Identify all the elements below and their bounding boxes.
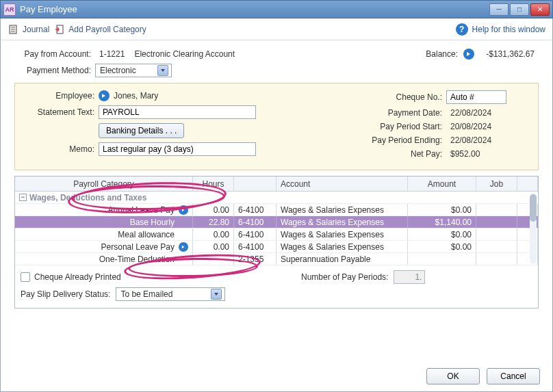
chevron-down-icon — [157, 65, 168, 76]
cell-account-code: 6-4100 — [234, 204, 276, 215]
collapse-icon[interactable]: − — [19, 194, 27, 201]
window-title: Pay Employee — [20, 4, 489, 14]
payslip-label: Pay Slip Delivery Status: — [21, 289, 110, 299]
statement-label: Statement Text: — [25, 107, 99, 117]
cell-account-name: Wages & Salaries Expenses — [276, 216, 408, 228]
ok-button[interactable]: OK — [426, 368, 480, 384]
th-amount[interactable]: Amount — [408, 177, 476, 191]
cell-account-code: 6-4100 — [234, 241, 276, 252]
banking-details-button[interactable]: Banking Details . . . — [99, 123, 184, 138]
info-left: Employee: Jones, Mary Statement Text: Ba… — [25, 90, 350, 163]
th-job[interactable]: Job — [476, 177, 517, 191]
add-payroll-category-button[interactable]: Add Payroll Category — [53, 23, 146, 36]
statement-text-input[interactable] — [99, 105, 256, 119]
payment-date-value: 22/08/2024 — [446, 108, 491, 118]
payment-date-label: Payment Date: — [350, 108, 446, 118]
period-end-label: Pay Period Ending: — [350, 135, 446, 145]
table-row[interactable]: Annual Leave Pay0.006-4100Wages & Salari… — [15, 204, 538, 216]
help-link[interactable]: ? Help for this window — [456, 23, 545, 36]
employee-name: Jones, Mary — [114, 91, 158, 101]
net-pay-value: $952.00 — [446, 149, 480, 159]
cell-amount: $0.00 — [408, 228, 476, 240]
info-right: Cheque No.: Payment Date: 22/08/2024 Pay… — [350, 90, 528, 163]
cell-job — [476, 228, 517, 240]
content: Pay from Account: 1-1221 Electronic Clea… — [1, 40, 552, 313]
payroll-list-box: Payroll Category Hours Account Amount Jo… — [14, 176, 539, 309]
cell-job — [476, 204, 517, 215]
below-table: Cheque Already Printed Number of Pay Per… — [15, 265, 538, 308]
payslip-value: To be Emailed — [120, 289, 172, 299]
help-label: Help for this window — [472, 25, 545, 34]
cell-account-name: Superannuation Payable — [276, 253, 408, 265]
minimize-button[interactable]: ─ — [489, 3, 509, 16]
app-icon: AR — [3, 3, 16, 16]
toolbar: Journal Add Payroll Category ? Help for … — [1, 18, 552, 40]
cell-hours — [193, 253, 234, 265]
row-arrow-icon[interactable] — [179, 205, 188, 215]
cell-account-code: 6-4100 — [234, 216, 276, 228]
memo-label: Memo: — [25, 144, 99, 154]
th-hours[interactable]: Hours — [193, 177, 234, 191]
row-arrow-icon[interactable] — [179, 242, 188, 252]
payment-method-dropdown[interactable]: Electronic — [95, 64, 172, 77]
payment-method-value: Electronic — [100, 66, 136, 75]
cell-amount: $0.00 — [408, 204, 476, 215]
cell-amount: $0.00 — [408, 241, 476, 252]
table-row[interactable]: One-Time Deduction2-1355Superannuation P… — [15, 253, 538, 265]
pay-from-label: Pay from Account: — [14, 49, 95, 59]
journal-button[interactable]: Journal — [8, 23, 49, 36]
cell-account-name: Wages & Salaries Expenses — [276, 241, 408, 252]
cell-hours: 22.80 — [193, 216, 234, 228]
employee-arrow-icon[interactable] — [99, 90, 110, 101]
period-end-value: 22/08/2024 — [446, 135, 491, 145]
balance-arrow-icon[interactable] — [463, 49, 474, 60]
net-pay-label: Net Pay: — [350, 149, 446, 159]
account-name: Electronic Clearing Account — [134, 49, 235, 59]
th-category[interactable]: Payroll Category — [15, 177, 193, 191]
titlebar: AR Pay Employee ─ □ ✕ — [0, 0, 553, 18]
cell-category: Base Hourly — [15, 216, 193, 228]
payment-method-row: Payment Method: Electronic — [14, 64, 539, 77]
cell-category: One-Time Deduction — [15, 253, 193, 265]
cheque-no-label: Cheque No.: — [350, 92, 446, 102]
memo-input[interactable] — [99, 142, 256, 156]
th-account[interactable]: Account — [276, 177, 408, 191]
cell-account-code: 6-4100 — [234, 228, 276, 240]
window-body: Journal Add Payroll Category ? Help for … — [0, 18, 553, 392]
add-payroll-label: Add Payroll Category — [68, 25, 146, 34]
account-code: 1-1221 — [99, 49, 125, 59]
maximize-button[interactable]: □ — [510, 3, 529, 16]
table-row[interactable]: Meal allowance0.006-4100Wages & Salaries… — [15, 228, 538, 241]
scrollbar[interactable] — [530, 193, 537, 264]
payslip-dropdown[interactable]: To be Emailed — [116, 287, 225, 301]
employee-label: Employee: — [25, 91, 99, 101]
cell-job — [476, 216, 517, 228]
pay-from-row: Pay from Account: 1-1221 Electronic Clea… — [14, 49, 539, 60]
cell-account-name: Wages & Salaries Expenses — [276, 228, 408, 240]
group-row[interactable]: − Wages, Deductions and Taxes — [15, 192, 538, 204]
cheque-no-input[interactable] — [446, 90, 506, 104]
cell-amount: $1,140.00 — [408, 216, 476, 228]
help-icon: ? — [456, 23, 468, 36]
balance-area: Balance: -$131,362.67 — [426, 49, 539, 60]
table-row[interactable]: Base Hourly22.806-4100Wages & Salaries E… — [15, 216, 538, 228]
table-row[interactable]: Personal Leave Pay0.006-4100Wages & Sala… — [15, 241, 538, 253]
window-buttons: ─ □ ✕ — [489, 3, 550, 16]
table-body: − Wages, Deductions and Taxes Annual Lea… — [15, 192, 538, 265]
period-start-value: 20/08/2024 — [446, 122, 491, 131]
table-header: Payroll Category Hours Account Amount Jo… — [15, 177, 538, 192]
employee-info-box: Employee: Jones, Mary Statement Text: Ba… — [14, 83, 539, 170]
cancel-button[interactable]: Cancel — [487, 368, 540, 384]
cheque-printed-label: Cheque Already Printed — [34, 272, 121, 282]
cell-category: Meal allowance — [15, 228, 193, 240]
period-start-label: Pay Period Start: — [350, 122, 446, 131]
num-periods-group: Number of Pay Periods: — [301, 270, 425, 284]
cell-hours: 0.00 — [193, 228, 234, 240]
chevron-down-icon — [211, 289, 222, 300]
cheque-printed-checkbox[interactable] — [21, 272, 30, 282]
cell-amount — [408, 253, 476, 265]
num-periods-label: Number of Pay Periods: — [301, 272, 388, 282]
journal-label: Journal — [23, 25, 49, 34]
scrollbar-thumb[interactable] — [530, 194, 537, 222]
close-button[interactable]: ✕ — [530, 3, 550, 16]
